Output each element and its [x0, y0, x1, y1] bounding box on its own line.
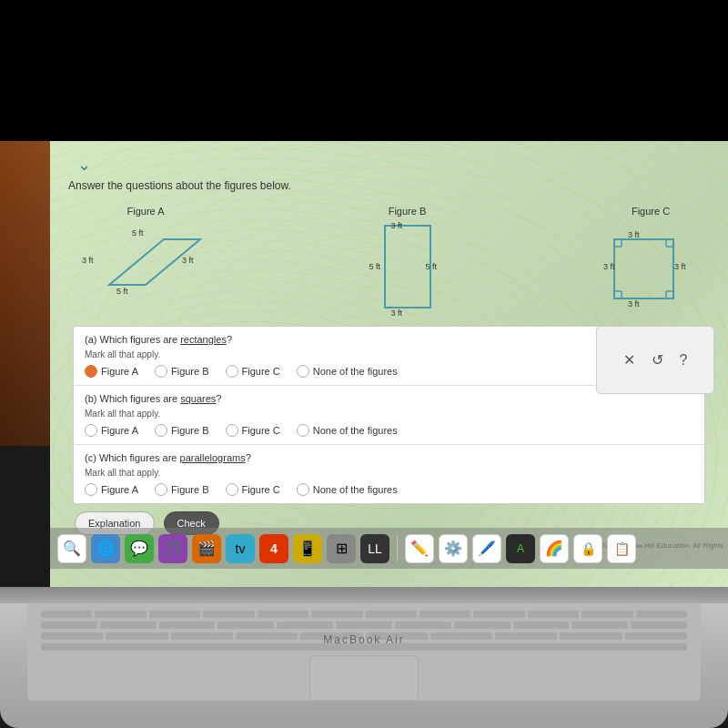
figure-c-label: Figure C — [632, 206, 670, 217]
fig-c-right-label: 3 ft — [674, 262, 686, 271]
radio-a-figC[interactable] — [226, 365, 238, 378]
option-b-figC[interactable]: Figure C — [226, 424, 280, 437]
questions-section: (a) Which figures are rectangles? Mark a… — [68, 326, 710, 504]
dock-icon-pen[interactable]: 🖊️ — [472, 534, 501, 563]
question-b-text: (b) Which figures are squares? — [85, 393, 693, 404]
option-a-none[interactable]: None of the figures — [297, 365, 398, 378]
fig-b-top-label: 3 ft — [391, 221, 403, 230]
radio-a-none[interactable] — [297, 365, 309, 378]
svg-rect-2 — [614, 239, 673, 298]
option-a-figC[interactable]: Figure C — [226, 365, 280, 378]
option-c-figB[interactable]: Figure B — [155, 483, 209, 496]
dock-separator — [397, 536, 398, 561]
option-a-figB[interactable]: Figure B — [155, 365, 209, 378]
dock-icon-browser[interactable]: 🌐 — [91, 534, 120, 563]
fig-a-top-label: 5 ft — [132, 228, 144, 238]
screen-dock: 🔍 🌐 💬 🎵 🎬 tv 4 📱 ⊞ LL ✏️ ⚙️ 🖊️ A 🌈 🔒 📋 — [50, 528, 728, 569]
radio-c-none[interactable] — [297, 483, 309, 496]
radio-b-none[interactable] — [297, 424, 309, 437]
feedback-box: ✕ ↺ ? — [596, 326, 714, 394]
svg-rect-1 — [385, 226, 430, 308]
macbook-label: MacBook Air — [323, 633, 404, 646]
down-arrow-icon[interactable]: ⌄ — [64, 150, 714, 179]
question-c-row: (c) Which figures are parallelograms? Ma… — [74, 445, 704, 503]
radio-c-figB[interactable] — [155, 483, 167, 496]
undo-button[interactable]: ↺ — [652, 351, 663, 369]
content-wrapper: ⌄ Answer the questions about the figures… — [50, 141, 728, 551]
fig-c-bottom-label: 3 ft — [628, 299, 640, 308]
dock-icon-number4[interactable]: 4 — [259, 534, 288, 563]
figure-b-group: Figure B 3 ft 5 ft 5 ft 3 ft — [371, 206, 444, 321]
dock-icon-music[interactable]: 🎵 — [158, 534, 187, 563]
fig-c-left-label: 3 ft — [603, 262, 615, 271]
radio-a-figA[interactable] — [85, 365, 97, 378]
question-c-subtext: Mark all that apply. — [85, 468, 693, 478]
dock-icon-settings[interactable]: ⚙️ — [439, 534, 468, 563]
trackpad[interactable] — [309, 655, 419, 701]
radio-b-figC[interactable] — [226, 424, 238, 437]
question-b-row: (b) Which figures are squares? Mark all … — [74, 386, 704, 445]
fig-a-left-label: 3 ft — [82, 256, 94, 265]
laptop-keyboard-area — [27, 603, 701, 701]
dock-icon-rainbow[interactable]: 🌈 — [540, 534, 569, 563]
dock-icon-pencil[interactable]: ✏️ — [405, 534, 434, 563]
figure-b-svg — [371, 221, 444, 321]
radio-b-figA[interactable] — [85, 424, 97, 437]
question-c-text: (c) Which figures are parallelograms? — [85, 452, 693, 463]
laptop-bottom: MacBook Air — [0, 587, 728, 728]
option-c-none[interactable]: None of the figures — [297, 483, 398, 496]
dock-icon-notes[interactable]: 🎬 — [192, 534, 221, 563]
question-b-subtext: Mark all that apply. — [85, 409, 693, 419]
figure-a-label: Figure A — [127, 206, 165, 217]
figures-row: Figure A 5 ft 3 ft 3 ft 5 ft Figure B — [64, 201, 714, 326]
dock-icon-grid[interactable]: ⊞ — [327, 534, 356, 563]
option-c-figA[interactable]: Figure A — [85, 483, 138, 496]
fig-b-bottom-label: 3 ft — [391, 308, 403, 318]
laptop-hinge — [0, 587, 728, 603]
dock-icon-finder[interactable]: 🔍 — [57, 534, 86, 563]
fig-b-left-label: 5 ft — [369, 262, 381, 271]
option-a-figA[interactable]: Figure A — [85, 365, 138, 378]
question-b-options: Figure A Figure B Figure C None of — [85, 424, 693, 437]
figure-b-label: Figure B — [389, 206, 427, 217]
fig-b-right-label: 5 ft — [426, 262, 438, 271]
dock-icon-mail[interactable]: tv — [226, 534, 255, 563]
option-b-figB[interactable]: Figure B — [155, 424, 209, 437]
option-b-none[interactable]: None of the figures — [297, 424, 398, 437]
radio-c-figA[interactable] — [85, 483, 97, 496]
radio-a-figB[interactable] — [155, 365, 167, 378]
fig-a-bottom-label: 5 ft — [116, 287, 128, 296]
dock-icon-terminal[interactable]: A — [506, 534, 535, 563]
help-button[interactable]: ? — [680, 352, 688, 369]
fig-c-top-label: 3 ft — [628, 230, 640, 239]
figure-c-svg — [605, 230, 696, 321]
instructions-text: Answer the questions about the figures b… — [64, 179, 714, 192]
dock-icon-photos[interactable]: 📱 — [293, 534, 322, 563]
option-b-figA[interactable]: Figure A — [85, 424, 138, 437]
fig-a-right-label: 3 ft — [182, 256, 194, 265]
radio-c-figC[interactable] — [226, 483, 238, 496]
option-c-figC[interactable]: Figure C — [226, 483, 280, 496]
dock-icon-extra2[interactable]: 📋 — [607, 534, 636, 563]
radio-b-figB[interactable] — [155, 424, 167, 437]
figure-a-group: Figure A 5 ft 3 ft 3 ft 5 ft — [82, 206, 209, 303]
screen-content: ⌄ Answer the questions about the figures… — [50, 141, 728, 587]
black-top-bar — [0, 0, 728, 141]
dock-icon-messages[interactable]: 💬 — [125, 534, 154, 563]
question-c-options: Figure A Figure B Figure C None of — [85, 483, 693, 496]
figure-c-group: Figure C 3 ft 3 ft — [605, 206, 696, 321]
dock-icon-system[interactable]: LL — [360, 534, 389, 563]
dock-icon-extra[interactable]: 🔒 — [573, 534, 602, 563]
x-button[interactable]: ✕ — [623, 351, 635, 369]
